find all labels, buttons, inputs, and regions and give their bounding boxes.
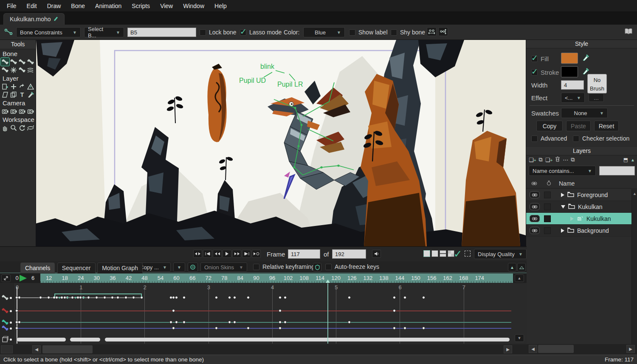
delete-layer-icon[interactable]: [555, 156, 560, 164]
keyframe[interactable]: [175, 296, 178, 299]
layer-row-kukulkan-1[interactable]: Kukulkan: [526, 201, 631, 213]
go-to-end-button[interactable]: [242, 250, 251, 258]
layer-animated-visibility-checkbox[interactable]: [544, 215, 551, 222]
layer-visibility-toggle[interactable]: [530, 191, 540, 198]
zoom-camera-tool-icon[interactable]: [9, 107, 18, 115]
scroll-up-icon[interactable]: ▲: [632, 189, 637, 196]
playhead-start-icon[interactable]: [20, 275, 27, 282]
reparent-bone-tool-icon[interactable]: [26, 58, 35, 66]
document-tab[interactable]: Kukulkan.moho: [3, 13, 65, 25]
loop-end-button[interactable]: [252, 250, 261, 258]
keyframe[interactable]: [215, 327, 218, 330]
advanced-option[interactable]: Advanced: [531, 135, 567, 142]
layer-row-background-3[interactable]: Background: [526, 225, 631, 237]
collapse-icon[interactable]: [561, 205, 565, 209]
keyframe[interactable]: [18, 296, 21, 299]
offset-bone-tool-icon[interactable]: [18, 66, 26, 74]
keyframe[interactable]: [279, 327, 282, 330]
layers-vertical-scrollbar[interactable]: ▲: [631, 189, 637, 344]
flexi-bind-tool-icon[interactable]: [26, 66, 35, 74]
fill-color-swatch[interactable]: [561, 53, 578, 64]
collapse-panel-icon[interactable]: ▲: [631, 158, 635, 162]
scroll-thumb[interactable]: [538, 345, 574, 353]
menu-window[interactable]: Window: [178, 0, 209, 12]
timeline-scroll-down-icon[interactable]: ▼: [515, 334, 524, 342]
keyframe[interactable]: [247, 327, 250, 330]
timeline-tab-sequencer[interactable]: Sequencer: [57, 262, 96, 273]
menu-scripts[interactable]: Scripts: [127, 0, 155, 12]
keyframe[interactable]: [47, 296, 50, 299]
keyframe[interactable]: [348, 321, 351, 324]
layer-filter-dropdown[interactable]: Name contains...▼: [529, 166, 596, 176]
keyframe[interactable]: [172, 309, 175, 312]
lock-bone-option[interactable]: Lock bone: [200, 29, 237, 36]
pan-workspace-tool-icon[interactable]: [1, 124, 9, 132]
step-back-button[interactable]: [213, 250, 222, 258]
zoom-workspace-tool-icon[interactable]: [9, 124, 18, 132]
effect-dropdown[interactable]: <...▼: [561, 93, 585, 103]
apply-check-icon[interactable]: ✓: [454, 248, 462, 260]
lasso-mode-checkbox[interactable]: [240, 29, 246, 36]
bone-color-dropdown[interactable]: Blue▼: [303, 27, 345, 37]
keyframe[interactable]: [169, 321, 172, 324]
keyframe[interactable]: [233, 296, 236, 299]
keyframe[interactable]: [18, 321, 21, 324]
timeline-scroll-up-icon[interactable]: ▲: [515, 274, 524, 282]
current-frame-input[interactable]: [288, 249, 320, 259]
rotate-workspace-tool-icon[interactable]: [18, 124, 26, 132]
stroke-checkbox[interactable]: [531, 69, 538, 76]
new-group-layer-icon[interactable]: ❏+: [545, 157, 553, 163]
keyframe[interactable]: [175, 321, 178, 324]
stroke-color-swatch[interactable]: [561, 66, 578, 77]
lock-bone-checkbox[interactable]: [200, 29, 206, 36]
orbit-workspace-tool-icon[interactable]: [26, 124, 35, 132]
layer-visibility-channel-segment-0[interactable]: [17, 338, 66, 341]
keyframe[interactable]: [403, 296, 406, 299]
current-frame-marker[interactable]: [326, 279, 330, 283]
keyframe[interactable]: [422, 327, 425, 330]
show-label-checkbox[interactable]: [349, 29, 355, 36]
menu-file[interactable]: File: [2, 0, 22, 12]
layer-more-icon[interactable]: ⋯: [563, 157, 568, 163]
keyframe[interactable]: [247, 296, 250, 299]
duplicate-layer-tool-icon[interactable]: [9, 90, 18, 99]
keyframe[interactable]: [422, 296, 425, 299]
two-view-button[interactable]: [431, 250, 438, 257]
keyframe[interactable]: [393, 309, 396, 312]
no-brush-button[interactable]: No Brush: [587, 74, 607, 93]
collapse-timeline-icon[interactable]: ▲: [508, 263, 516, 271]
timeline-tab-motion-graph[interactable]: Motion Graph: [97, 262, 143, 273]
audio-mute-button[interactable]: [372, 250, 381, 258]
keyframe[interactable]: [39, 296, 42, 299]
layer-visibility-toggle[interactable]: [530, 203, 540, 210]
timeline-horizontal-scrollbar[interactable]: ◀ ▶: [0, 344, 527, 355]
timeline-extra-dropdown[interactable]: ▼: [173, 262, 185, 272]
menu-animation[interactable]: Animation: [90, 0, 127, 12]
bone-stretch-mode-button[interactable]: [438, 27, 448, 36]
advanced-checkbox[interactable]: [531, 135, 538, 142]
keyframe[interactable]: [15, 327, 18, 330]
menu-help[interactable]: Help: [209, 0, 232, 12]
keyframe[interactable]: [183, 321, 186, 324]
single-view-button[interactable]: [423, 250, 430, 257]
go-to-start-button[interactable]: [203, 250, 212, 258]
shy-bone-option[interactable]: Shy bone: [391, 29, 425, 36]
track-camera-tool-icon[interactable]: [1, 107, 9, 115]
expand-icon[interactable]: [561, 229, 564, 233]
duplicate-layer-icon[interactable]: ⧉: [539, 156, 543, 163]
layer-row-foreground-0[interactable]: Foreground: [526, 189, 631, 201]
keyframe[interactable]: [215, 296, 218, 299]
keyframe[interactable]: [279, 296, 282, 299]
menu-edit[interactable]: Edit: [22, 0, 42, 12]
display-quality-dropdown[interactable]: Display Quality▼: [474, 249, 527, 259]
menu-draw[interactable]: Draw: [42, 0, 66, 12]
main-canvas[interactable]: blink Pupil UD Pupil LR: [36, 40, 526, 246]
scroll-thumb[interactable]: [42, 345, 93, 353]
expand-timeline-icon[interactable]: [517, 263, 526, 271]
crop-view-icon[interactable]: [465, 251, 471, 257]
reset-style-button[interactable]: Reset: [594, 121, 619, 131]
fill-checkbox[interactable]: [531, 56, 538, 62]
keyframe[interactable]: [228, 321, 231, 324]
three-view-button[interactable]: [440, 250, 446, 257]
keyframe[interactable]: [284, 296, 287, 299]
